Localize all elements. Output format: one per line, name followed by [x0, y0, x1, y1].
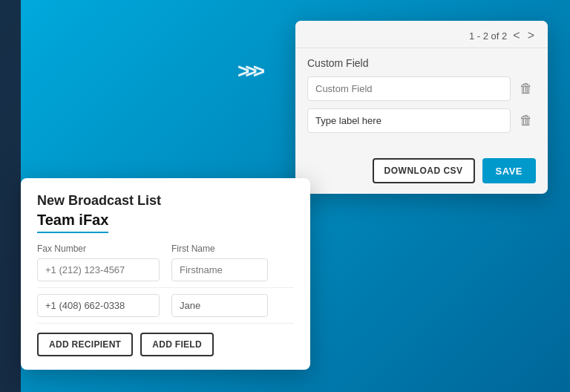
- save-button[interactable]: SAVE: [482, 158, 536, 183]
- panel-footer: ADD RECIPIENT ADD FIELD: [37, 333, 294, 356]
- broadcast-list-panel: New Broadcast List Team iFax Fax Number …: [21, 178, 310, 370]
- delete-field-2-button[interactable]: 🗑: [517, 110, 536, 131]
- table-header: Fax Number First Name: [37, 244, 294, 254]
- trash-icon-1: 🗑: [520, 81, 533, 97]
- field-row-1: 🗑: [307, 76, 536, 101]
- field-row-2: 🗑: [307, 108, 536, 133]
- table-row: [37, 294, 294, 324]
- column-header-fax: Fax Number: [37, 244, 160, 254]
- trash-icon-2: 🗑: [520, 113, 533, 128]
- background: >>> 1 - 2 of 2 < > Custom Field 🗑: [0, 0, 570, 392]
- panel-header: 1 - 2 of 2 < >: [295, 21, 548, 48]
- download-csv-button[interactable]: DOWNLOAD CSV: [373, 158, 475, 183]
- field-section-label: Custom Field: [307, 57, 536, 69]
- pagination-prev-button[interactable]: <: [511, 30, 521, 42]
- panel-footer: DOWNLOAD CSV SAVE: [295, 152, 548, 194]
- delete-field-1-button[interactable]: 🗑: [517, 78, 536, 99]
- table-row: [37, 258, 294, 288]
- add-recipient-button[interactable]: ADD RECIPIENT: [37, 333, 133, 356]
- sidebar-strip: [0, 0, 21, 392]
- forward-arrows-icon: >>>: [238, 59, 261, 83]
- pagination-text: 1 - 2 of 2: [469, 30, 507, 42]
- fax-input-2[interactable]: [37, 294, 160, 317]
- panel-body: Custom Field 🗑 🗑: [295, 48, 548, 152]
- fax-input-1[interactable]: [37, 258, 160, 281]
- pagination: 1 - 2 of 2 < >: [469, 30, 536, 42]
- name-input-1[interactable]: [171, 258, 268, 281]
- column-header-name: First Name: [171, 244, 268, 254]
- pagination-next-button[interactable]: >: [526, 30, 536, 42]
- panel-title: New Broadcast List: [37, 193, 294, 209]
- add-field-button[interactable]: ADD FIELD: [140, 333, 214, 356]
- name-input-2[interactable]: [171, 294, 268, 317]
- custom-field-input-1[interactable]: [307, 76, 511, 101]
- list-name: Team iFax: [37, 212, 294, 244]
- custom-field-input-2[interactable]: [307, 108, 511, 133]
- custom-field-panel: 1 - 2 of 2 < > Custom Field 🗑 🗑: [295, 21, 548, 194]
